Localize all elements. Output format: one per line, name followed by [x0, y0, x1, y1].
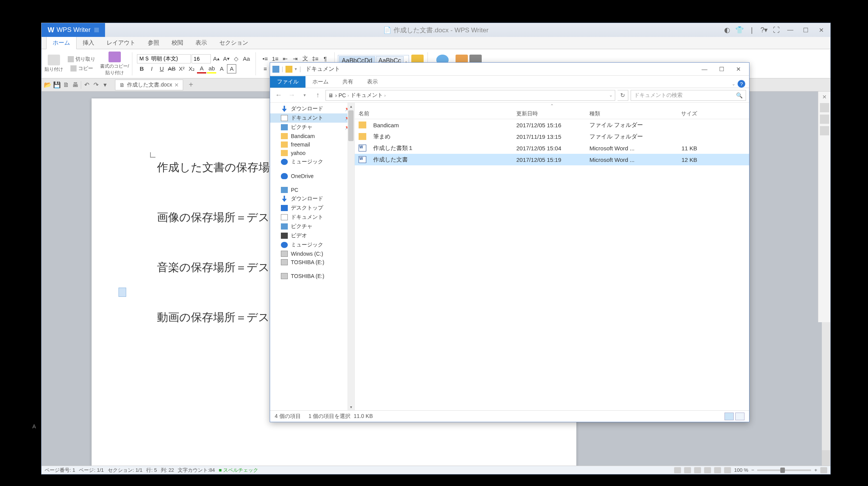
breadcrumb-pc[interactable]: PC›	[339, 92, 349, 98]
nav-item[interactable]: ドキュメント📌	[270, 113, 354, 123]
explorer-tab-file[interactable]: ファイル	[270, 76, 305, 88]
scroll-arrows[interactable]	[822, 450, 830, 466]
zoom-slider[interactable]	[757, 469, 811, 471]
ribbon-tab-layout[interactable]: レイアウト	[100, 37, 142, 49]
refresh-button[interactable]: ↻	[618, 90, 628, 101]
scroll-up-icon[interactable]: ▴	[347, 103, 354, 110]
ribbon-tab-insert[interactable]: 挿入	[77, 37, 100, 49]
close-button[interactable]: ✕	[815, 25, 827, 35]
search-icon[interactable]: 🔍	[736, 92, 743, 98]
zoom-out-button[interactable]: −	[751, 467, 754, 473]
bold-button[interactable]: B	[137, 64, 146, 73]
shrink-font-button[interactable]: A▾	[222, 54, 231, 63]
close-tab-icon[interactable]: ✕	[174, 82, 179, 88]
view-mode-icon[interactable]	[684, 467, 691, 473]
file-row[interactable]: Bandicam2017/12/05 15:16ファイル フォルダー	[355, 119, 749, 131]
back-button[interactable]: ←	[273, 90, 284, 101]
qat-dropdown-icon[interactable]: ▾	[295, 67, 297, 72]
nav-item[interactable]: ダウンロード	[270, 194, 354, 203]
highlight-button[interactable]: ab	[207, 64, 216, 73]
file-row[interactable]: 作成した文書2017/12/05 15:19Microsoft Word ...…	[355, 154, 749, 165]
side-tool-icon[interactable]	[820, 115, 829, 124]
address-bar[interactable]: 🖥 › PC› ドキュメント› ⌄	[326, 90, 615, 101]
document-tab[interactable]: 🗎 作成した文書.docx ✕	[115, 80, 183, 90]
col-header-name[interactable]: 名前	[355, 110, 512, 117]
breadcrumb-documents[interactable]: ドキュメント›	[351, 92, 386, 99]
nav-scrollbar[interactable]: ▴ ▾	[347, 103, 354, 410]
nav-item[interactable]: ドキュメント	[270, 213, 354, 222]
nav-item[interactable]: ミュージック	[270, 157, 354, 166]
view-mode-icon[interactable]	[674, 467, 681, 473]
save-icon[interactable]: 💾	[53, 81, 61, 89]
underline-button[interactable]: U	[157, 64, 166, 73]
nav-item[interactable]: OneDrive	[270, 172, 354, 180]
ribbon-tab-section[interactable]: セクション	[213, 37, 254, 49]
file-row[interactable]: 筆まめ2017/11/19 13:15ファイル フォルダー	[355, 131, 749, 142]
numbering-button[interactable]: 1≡	[270, 54, 280, 63]
nav-item[interactable]: PC	[270, 186, 354, 194]
forward-button[interactable]: →	[286, 90, 297, 101]
explorer-tab-home[interactable]: ホーム	[305, 76, 336, 88]
nav-item[interactable]: ピクチャ📌	[270, 123, 354, 132]
nav-item[interactable]: ピクチャ	[270, 222, 354, 231]
icons-view-button[interactable]	[735, 413, 744, 420]
col-header-size[interactable]: サイズ	[655, 110, 701, 117]
maximize-button[interactable]: ☐	[800, 25, 812, 35]
paste-button[interactable]: 貼り付け	[45, 55, 63, 73]
minimize-button[interactable]: —	[696, 64, 713, 75]
cut-button[interactable]: 切り取り	[66, 55, 97, 63]
ribbon-tab-reference[interactable]: 参照	[142, 37, 165, 49]
add-tab-button[interactable]: +	[185, 80, 197, 89]
strike-button[interactable]: AB	[167, 64, 176, 73]
ribbon-tab-home[interactable]: ホーム	[46, 37, 77, 49]
more-icon[interactable]: ▾	[101, 81, 109, 89]
explorer-tab-share[interactable]: 共有	[336, 76, 360, 88]
status-spell[interactable]: ■ スペルチェック	[219, 467, 258, 474]
nav-item[interactable]: ビデオ	[270, 231, 354, 240]
zoom-in-button[interactable]: +	[814, 467, 817, 473]
ribbon-tab-review[interactable]: 校閲	[165, 37, 189, 49]
recent-button[interactable]: ▾	[299, 90, 310, 101]
maximize-button[interactable]: ☐	[713, 64, 730, 75]
help-icon[interactable]: ?▾	[760, 25, 769, 35]
nav-item[interactable]: ダウンロード📌	[270, 104, 354, 113]
fit-icon[interactable]	[820, 467, 827, 473]
change-case-button[interactable]: Aa	[242, 54, 251, 63]
explorer-tab-view[interactable]: 表示	[360, 76, 385, 88]
col-header-type[interactable]: 種類	[586, 110, 655, 117]
font-color-button[interactable]: A	[197, 64, 206, 73]
view-mode-icon[interactable]	[724, 467, 731, 473]
details-view-button[interactable]	[724, 413, 734, 420]
nav-item[interactable]: freemail	[270, 140, 354, 149]
subscript-button[interactable]: X₂	[187, 64, 196, 73]
grow-font-button[interactable]: A▴	[212, 54, 221, 63]
show-marks-button[interactable]: ¶	[320, 54, 330, 63]
ribbon-tab-view[interactable]: 表示	[189, 37, 213, 49]
char-shading-button[interactable]: A	[217, 64, 226, 73]
bullets-button[interactable]: •≡	[260, 54, 270, 63]
app-menu-button[interactable]: W WPS Writer	[42, 23, 105, 37]
help-icon[interactable]: ?	[738, 80, 745, 88]
ribbon-expand-icon[interactable]: ⌄	[732, 82, 735, 87]
nav-item[interactable]: Windows (C:)	[270, 250, 354, 258]
side-tool-icon[interactable]	[820, 103, 829, 112]
side-close-icon[interactable]: ✕	[821, 94, 828, 101]
address-dropdown-icon[interactable]: ⌄	[609, 93, 613, 98]
nav-item[interactable]: ミュージック	[270, 240, 354, 250]
char-border-button[interactable]: A	[227, 64, 236, 73]
format-painter-button[interactable]: 書式のコピー/ 貼り付け	[100, 52, 129, 76]
scroll-down-icon[interactable]: ▾	[347, 403, 354, 410]
shirt-icon[interactable]: 👕	[735, 25, 744, 35]
minimize-button[interactable]: —	[784, 25, 796, 35]
nav-item[interactable]: デスクトップ	[270, 203, 354, 213]
font-name-select[interactable]	[137, 54, 191, 63]
undo-icon[interactable]: ↶	[83, 81, 90, 89]
nav-item[interactable]: TOSHIBA (E:)	[270, 258, 354, 266]
nav-item[interactable]: TOSHIBA (E:)	[270, 272, 354, 280]
redo-icon[interactable]: ↷	[92, 81, 100, 89]
scroll-thumb[interactable]	[348, 110, 354, 141]
print-icon[interactable]: 🖶	[72, 81, 79, 89]
text-direction-button[interactable]: 文	[300, 54, 310, 63]
view-mode-icon[interactable]	[714, 467, 721, 473]
open-icon[interactable]: 📂	[44, 81, 52, 89]
